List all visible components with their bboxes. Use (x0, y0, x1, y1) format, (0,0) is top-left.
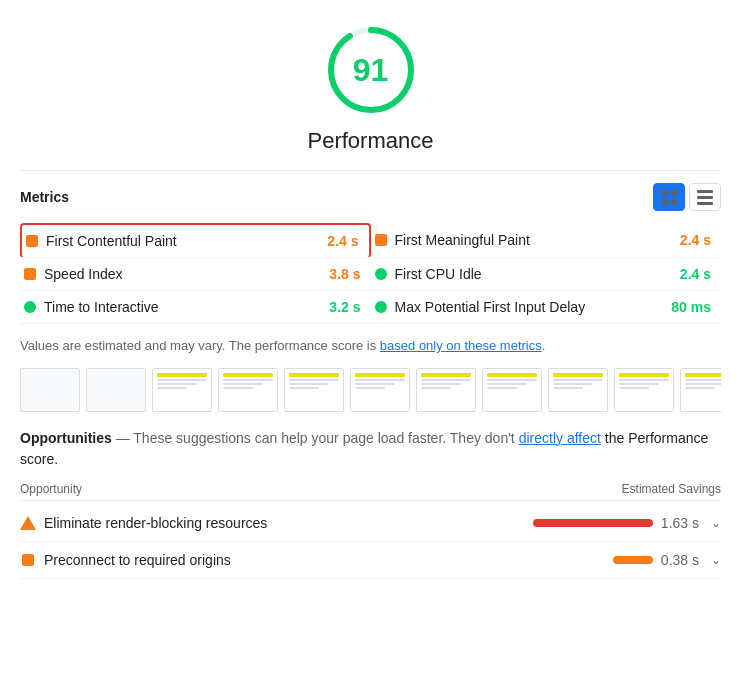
square-orange-icon (20, 552, 36, 568)
list-icon (697, 190, 713, 205)
metric-value-fcp: 2.4 s (327, 233, 364, 249)
metrics-grid: First Contentful Paint 2.4 s First Meani… (20, 223, 721, 324)
opp-bar-1 (533, 519, 653, 527)
chevron-down-icon: ⌄ (711, 516, 721, 530)
metric-name: Speed Index (44, 266, 321, 282)
opp-bar-2 (613, 556, 653, 564)
col-savings: Estimated Savings (622, 482, 721, 496)
metric-speed-index: Speed Index 3.8 s (20, 258, 371, 291)
metric-dot-green (24, 301, 36, 313)
opportunities-desc: — These suggestions can help your page l… (112, 430, 519, 446)
metric-name: Time to Interactive (44, 299, 321, 315)
metric-dot-orange (26, 235, 38, 247)
opp-savings-1: 1.63 s ⌄ (533, 515, 721, 531)
metrics-section: Metrics First Contentful Paint 2.4 s Fir… (20, 170, 721, 324)
opportunities-section: Opportunities — These suggestions can he… (20, 428, 721, 579)
metric-first-contentful-paint: First Contentful Paint 2.4 s (20, 223, 371, 258)
filmstrip-frame (614, 368, 674, 412)
metric-first-meaningful-paint: First Meaningful Paint 2.4 s (371, 223, 722, 258)
opportunities-title: Opportunities (20, 430, 112, 446)
grid-view-button[interactable] (653, 183, 685, 211)
metric-first-cpu-idle: First CPU Idle 2.4 s (371, 258, 722, 291)
opp-name-1: Eliminate render-blocking resources (44, 515, 525, 531)
filmstrip-frame (680, 368, 721, 412)
metric-name: Max Potential First Input Delay (395, 299, 664, 315)
grid-icon (662, 190, 677, 205)
score-section: 91 Performance (20, 20, 721, 154)
metric-value-fid: 80 ms (671, 299, 717, 315)
info-text: Values are estimated and may vary. The p… (20, 336, 721, 356)
directly-affect-link[interactable]: directly affect (519, 430, 601, 446)
metric-dot-orange (375, 234, 387, 246)
filmstrip-frame (548, 368, 608, 412)
metric-name: First CPU Idle (395, 266, 672, 282)
opp-savings-value-1: 1.63 s (661, 515, 699, 531)
filmstrip-frame (218, 368, 278, 412)
col-opportunity: Opportunity (20, 482, 82, 496)
metrics-title: Metrics (20, 189, 69, 205)
opportunities-table-header: Opportunity Estimated Savings (20, 478, 721, 501)
filmstrip-frame (350, 368, 410, 412)
score-circle: 91 (321, 20, 421, 120)
metric-dot-green (375, 268, 387, 280)
triangle-icon (20, 516, 36, 530)
filmstrip-frame (416, 368, 476, 412)
filmstrip-frame (86, 368, 146, 412)
opp-savings-value-2: 0.38 s (661, 552, 699, 568)
metric-name: First Contentful Paint (46, 233, 319, 249)
filmstrip (20, 368, 721, 412)
metric-value-fmp: 2.4 s (680, 232, 717, 248)
metric-dot-green (375, 301, 387, 313)
warning-triangle-icon (20, 515, 36, 531)
metric-name: First Meaningful Paint (395, 232, 672, 248)
list-view-button[interactable] (689, 183, 721, 211)
filmstrip-frame (284, 368, 344, 412)
metric-dot-orange (24, 268, 36, 280)
filmstrip-frame (20, 368, 80, 412)
view-toggle (653, 183, 721, 211)
opportunities-header: Opportunities — These suggestions can he… (20, 428, 721, 470)
opp-name-2: Preconnect to required origins (44, 552, 605, 568)
metric-value-tti: 3.2 s (329, 299, 366, 315)
metric-value-fci: 2.4 s (680, 266, 717, 282)
opportunity-row-2[interactable]: Preconnect to required origins 0.38 s ⌄ (20, 542, 721, 579)
opp-savings-2: 0.38 s ⌄ (613, 552, 721, 568)
metric-value-si: 3.8 s (329, 266, 366, 282)
score-label: Performance (308, 128, 434, 154)
metrics-header: Metrics (20, 183, 721, 211)
metrics-link[interactable]: based only on these metrics (380, 338, 542, 353)
square-icon (22, 554, 34, 566)
chevron-down-icon: ⌄ (711, 553, 721, 567)
filmstrip-frame (482, 368, 542, 412)
metric-max-fid: Max Potential First Input Delay 80 ms (371, 291, 722, 324)
opportunity-row-1[interactable]: Eliminate render-blocking resources 1.63… (20, 505, 721, 542)
metric-time-to-interactive: Time to Interactive 3.2 s (20, 291, 371, 324)
filmstrip-frame (152, 368, 212, 412)
score-value: 91 (353, 52, 389, 89)
